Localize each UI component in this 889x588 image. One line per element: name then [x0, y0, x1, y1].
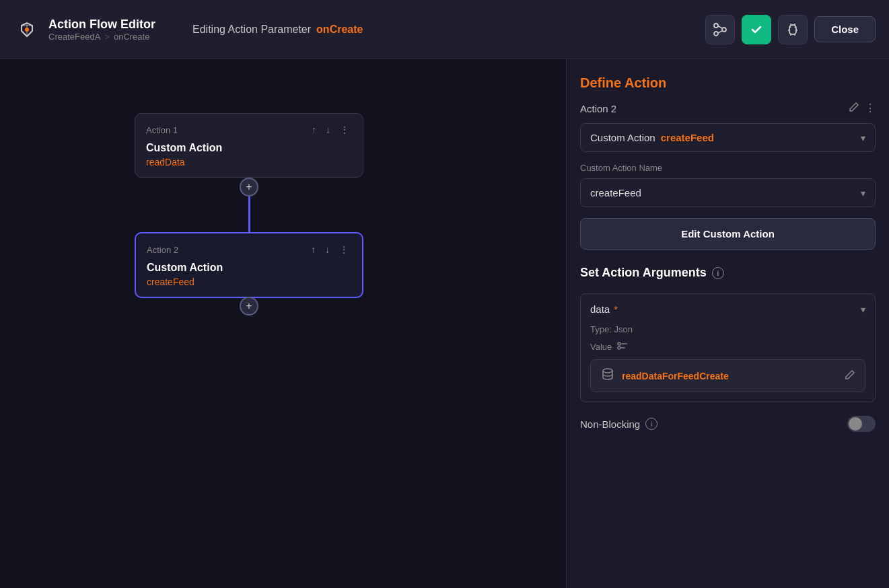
action-node-1[interactable]: Action 1 ↑ ↓ ⋮ Custom Action readData	[135, 113, 363, 178]
node-1-label: Action 1	[146, 125, 178, 135]
node-1-more-icon[interactable]: ⋮	[337, 123, 352, 137]
app-logo-area: Action Flow Editor CreateFeedA > onCreat…	[13, 16, 182, 43]
topbar: Action Flow Editor CreateFeedA > onCreat…	[0, 0, 889, 59]
svg-point-5	[618, 346, 620, 349]
connector-line	[248, 195, 250, 232]
define-action-title: Define Action	[580, 75, 876, 91]
node-1-title: Custom Action	[146, 142, 352, 154]
database-icon	[600, 367, 615, 385]
flow-icon-btn[interactable]	[705, 15, 735, 44]
node-2-title: Custom Action	[147, 262, 351, 274]
breadcrumb-end: onCreate	[114, 32, 149, 42]
argument-data-header: data * ▾	[590, 303, 865, 315]
canvas-area: Action 1 ↑ ↓ ⋮ Custom Action readData +	[0, 59, 566, 588]
svg-point-0	[25, 28, 29, 32]
custom-action-name-label: Custom Action Name	[580, 163, 876, 173]
value-edit-icon[interactable]	[845, 369, 855, 383]
node-2-up-icon[interactable]: ↑	[308, 243, 318, 256]
debug-icon-btn[interactable]	[778, 15, 808, 44]
connector-2: +	[240, 298, 258, 316]
non-blocking-info-icon[interactable]: i	[645, 418, 657, 430]
svg-point-4	[618, 342, 620, 345]
set-action-arguments-info-icon[interactable]: i	[712, 267, 724, 279]
node-2-more-icon[interactable]: ⋮	[336, 243, 351, 256]
non-blocking-row: Non-Blocking i	[580, 416, 876, 432]
non-blocking-label: Non-Blocking i	[580, 418, 657, 430]
argument-dropdown-arrow: ▾	[861, 304, 865, 315]
node-2-down-icon[interactable]: ↓	[322, 243, 332, 256]
node-1-down-icon[interactable]: ↓	[323, 123, 333, 137]
add-between-btn[interactable]: +	[240, 178, 258, 196]
action-edit-icon[interactable]	[849, 102, 859, 115]
add-after-btn[interactable]: +	[240, 297, 258, 316]
custom-action-dropdown-value: Custom Action createFeed	[590, 132, 714, 143]
editing-action-value: onCreate	[316, 24, 363, 36]
node-2-label: Action 2	[147, 245, 178, 255]
custom-action-name-value: createFeed	[590, 187, 641, 198]
node-1-up-icon[interactable]: ↑	[309, 123, 319, 137]
set-action-arguments-section: Set Action Arguments i	[580, 266, 876, 280]
set-action-arguments-title: Set Action Arguments	[580, 266, 707, 280]
custom-action-dropdown[interactable]: Custom Action createFeed ▾	[580, 123, 876, 152]
custom-action-name-arrow: ▾	[861, 188, 865, 198]
value-data: readDataForFeedCreate	[622, 371, 838, 381]
svg-point-3	[714, 32, 718, 36]
svg-point-1	[714, 24, 718, 28]
argument-data-name: data *	[590, 303, 618, 315]
node-2-subtitle: createFeed	[147, 277, 351, 287]
action-more-icon[interactable]: ⋮	[865, 102, 876, 115]
type-label: Type: Json	[590, 324, 865, 334]
connector-1: +	[240, 178, 258, 232]
node-container: Action 1 ↑ ↓ ⋮ Custom Action readData +	[135, 113, 363, 316]
app-logo-icon	[13, 16, 40, 43]
topbar-actions: Close	[705, 15, 876, 44]
right-panel: Define Action Action 2 ⋮ Custom Action c…	[566, 59, 889, 588]
app-title: Action Flow Editor	[48, 17, 155, 32]
editing-label: Editing Action Parameter onCreate	[192, 24, 695, 36]
argument-data[interactable]: data * ▾ Type: Json Value	[580, 293, 876, 402]
argument-expanded: Type: Json Value	[590, 324, 865, 392]
custom-action-dropdown-arrow: ▾	[861, 133, 865, 143]
value-label: Value	[590, 342, 612, 352]
value-row: Value	[590, 341, 865, 353]
value-icon	[617, 341, 629, 353]
svg-point-2	[722, 28, 726, 32]
node-1-subtitle: readData	[146, 157, 352, 168]
argument-required-asterisk: *	[614, 303, 618, 315]
node-1-header: Action 1 ↑ ↓ ⋮	[146, 123, 352, 137]
toggle-thumb	[849, 417, 862, 431]
action-row: Action 2 ⋮	[580, 102, 876, 115]
action-node-2[interactable]: Action 2 ↑ ↓ ⋮ Custom Action createFeed	[135, 232, 363, 298]
node-2-actions: ↑ ↓ ⋮	[308, 243, 351, 256]
custom-action-name-dropdown[interactable]: createFeed ▾	[580, 178, 876, 207]
node-1-actions: ↑ ↓ ⋮	[309, 123, 352, 137]
edit-custom-action-btn[interactable]: Edit Custom Action	[580, 218, 876, 250]
app-breadcrumb: CreateFeedA > onCreate	[48, 32, 155, 42]
value-box: readDataForFeedCreate	[590, 359, 865, 392]
check-icon-btn[interactable]	[742, 15, 771, 44]
action-row-icons: ⋮	[849, 102, 876, 115]
breadcrumb-separator: >	[104, 32, 110, 42]
action-row-label: Action 2	[580, 103, 616, 114]
main-layout: Action 1 ↑ ↓ ⋮ Custom Action readData +	[0, 59, 889, 588]
node-2-header: Action 2 ↑ ↓ ⋮	[147, 243, 351, 256]
non-blocking-toggle[interactable]	[847, 416, 876, 432]
close-button[interactable]: Close	[814, 16, 876, 42]
svg-point-8	[603, 369, 612, 373]
breadcrumb-start: CreateFeedA	[48, 32, 100, 42]
